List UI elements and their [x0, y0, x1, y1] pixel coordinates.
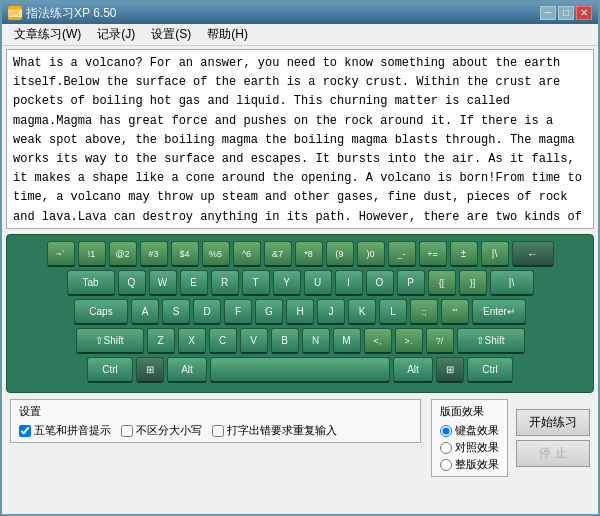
- keyboard: ~` !1 @2 #3 $4 %5 ^6 &7 *8 (9 )0 _- += ±…: [6, 234, 594, 393]
- key-x[interactable]: X: [178, 328, 206, 354]
- key-r[interactable]: R: [211, 270, 239, 296]
- key-rbracket[interactable]: }]: [459, 270, 487, 296]
- option-case-insensitive[interactable]: 不区分大小写: [121, 423, 202, 438]
- key-c[interactable]: C: [209, 328, 237, 354]
- radio-fullpage-effect[interactable]: [440, 459, 452, 471]
- key-row-2: Caps A S D F G H J K L :; "' Enter↵: [13, 299, 587, 325]
- key-ctrl-right[interactable]: Ctrl: [467, 357, 513, 383]
- key-2[interactable]: @2: [109, 241, 137, 267]
- key-q[interactable]: Q: [118, 270, 146, 296]
- key-backslash-top[interactable]: |\: [481, 241, 509, 267]
- effect-fullpage[interactable]: 整版效果: [440, 457, 499, 472]
- close-button[interactable]: ✕: [576, 6, 592, 20]
- key-u[interactable]: U: [304, 270, 332, 296]
- key-tilde[interactable]: ~`: [47, 241, 75, 267]
- app-icon: ⌨: [8, 6, 22, 20]
- key-0[interactable]: )0: [357, 241, 385, 267]
- menu-article[interactable]: 文章练习(W): [6, 24, 89, 45]
- key-m[interactable]: M: [333, 328, 361, 354]
- key-b[interactable]: B: [271, 328, 299, 354]
- key-lbracket[interactable]: {[: [428, 270, 456, 296]
- key-w[interactable]: W: [149, 270, 177, 296]
- start-practice-button[interactable]: 开始练习: [516, 409, 590, 436]
- key-3[interactable]: #3: [140, 241, 168, 267]
- key-tab[interactable]: Tab: [67, 270, 115, 296]
- key-enter[interactable]: Enter↵: [472, 299, 526, 325]
- key-9[interactable]: (9: [326, 241, 354, 267]
- maximize-button[interactable]: □: [558, 6, 574, 20]
- checkbox-wubi-hint[interactable]: [19, 425, 31, 437]
- key-p[interactable]: P: [397, 270, 425, 296]
- menu-record[interactable]: 记录(J): [89, 24, 143, 45]
- key-h[interactable]: H: [286, 299, 314, 325]
- key-slash[interactable]: ?/: [426, 328, 454, 354]
- action-buttons: 开始练习 停 止: [516, 399, 590, 477]
- effect-title: 版面效果: [440, 404, 499, 419]
- key-minus[interactable]: _-: [388, 241, 416, 267]
- key-alt-left[interactable]: Alt: [167, 357, 207, 383]
- key-space[interactable]: [210, 357, 390, 383]
- key-g[interactable]: G: [255, 299, 283, 325]
- effect-compare[interactable]: 对照效果: [440, 440, 499, 455]
- key-a[interactable]: A: [131, 299, 159, 325]
- key-4[interactable]: $4: [171, 241, 199, 267]
- title-bar: ⌨ 指法练习XP 6.50 ─ □ ✕: [2, 2, 598, 24]
- key-comma[interactable]: <,: [364, 328, 392, 354]
- key-row-3: ⇧Shift Z X C V B N M <, >. ?/ ⇧Shift: [13, 328, 587, 354]
- key-quote[interactable]: "': [441, 299, 469, 325]
- minimize-button[interactable]: ─: [540, 6, 556, 20]
- checkbox-case-insensitive[interactable]: [121, 425, 133, 437]
- effect-keyboard[interactable]: 键盘效果: [440, 423, 499, 438]
- radio-compare-effect[interactable]: [440, 442, 452, 454]
- key-7[interactable]: &7: [264, 241, 292, 267]
- key-semicolon[interactable]: :;: [410, 299, 438, 325]
- radio-keyboard-effect[interactable]: [440, 425, 452, 437]
- key-5[interactable]: %5: [202, 241, 230, 267]
- key-plus-minus[interactable]: ±: [450, 241, 478, 267]
- main-window: ⌨ 指法练习XP 6.50 ─ □ ✕ 文章练习(W) 记录(J) 设置(S) …: [0, 0, 600, 516]
- key-t[interactable]: T: [242, 270, 270, 296]
- key-equals[interactable]: +=: [419, 241, 447, 267]
- key-j[interactable]: J: [317, 299, 345, 325]
- key-i[interactable]: I: [335, 270, 363, 296]
- window-title: 指法练习XP 6.50: [26, 5, 116, 22]
- key-row-0: ~` !1 @2 #3 $4 %5 ^6 &7 *8 (9 )0 _- += ±…: [13, 241, 587, 267]
- key-caps-lock[interactable]: Caps: [74, 299, 128, 325]
- key-f[interactable]: F: [224, 299, 252, 325]
- option-wubi-hint[interactable]: 五笔和拼音提示: [19, 423, 111, 438]
- key-win-left[interactable]: ⊞: [136, 357, 164, 383]
- key-shift-left[interactable]: ⇧Shift: [76, 328, 144, 354]
- settings-options: 五笔和拼音提示 不区分大小写 打字出错要求重复输入: [19, 423, 412, 438]
- bottom-panel: 设置 五笔和拼音提示 不区分大小写 打字出错要求重复输入 版面效果: [2, 395, 598, 514]
- key-k[interactable]: K: [348, 299, 376, 325]
- key-e[interactable]: E: [180, 270, 208, 296]
- window-controls: ─ □ ✕: [540, 6, 592, 20]
- key-s[interactable]: S: [162, 299, 190, 325]
- checkbox-repeat-on-error[interactable]: [212, 425, 224, 437]
- key-backslash-mid[interactable]: |\: [490, 270, 534, 296]
- key-win-right[interactable]: ⊞: [436, 357, 464, 383]
- title-bar-left: ⌨ 指法练习XP 6.50: [8, 5, 116, 22]
- key-alt-right[interactable]: Alt: [393, 357, 433, 383]
- key-ctrl-left[interactable]: Ctrl: [87, 357, 133, 383]
- key-o[interactable]: O: [366, 270, 394, 296]
- key-n[interactable]: N: [302, 328, 330, 354]
- key-v[interactable]: V: [240, 328, 268, 354]
- option-repeat-on-error[interactable]: 打字出错要求重复输入: [212, 423, 337, 438]
- key-row-4: Ctrl ⊞ Alt Alt ⊞ Ctrl: [13, 357, 587, 383]
- key-backspace[interactable]: ←: [512, 241, 554, 267]
- key-8[interactable]: *8: [295, 241, 323, 267]
- key-l[interactable]: L: [379, 299, 407, 325]
- menu-help[interactable]: 帮助(H): [199, 24, 256, 45]
- key-y[interactable]: Y: [273, 270, 301, 296]
- key-d[interactable]: D: [193, 299, 221, 325]
- key-period[interactable]: >.: [395, 328, 423, 354]
- key-z[interactable]: Z: [147, 328, 175, 354]
- text-display: What is a volcano? For an answer, you ne…: [6, 49, 594, 229]
- key-6[interactable]: ^6: [233, 241, 261, 267]
- menu-settings[interactable]: 设置(S): [143, 24, 199, 45]
- key-row-1: Tab Q W E R T Y U I O P {[ }] |\: [13, 270, 587, 296]
- key-1[interactable]: !1: [78, 241, 106, 267]
- stop-button[interactable]: 停 止: [516, 440, 590, 467]
- key-shift-right[interactable]: ⇧Shift: [457, 328, 525, 354]
